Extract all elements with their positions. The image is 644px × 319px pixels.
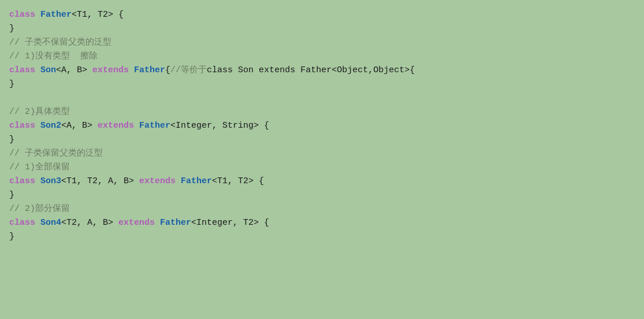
line-15: // 2)部分保留: [9, 202, 635, 216]
closing-brace-5: }: [9, 232, 14, 242]
code-text-7: <T2, A, B>: [61, 218, 118, 228]
class-son: Son: [40, 65, 56, 75]
keyword-class-2: class: [9, 65, 40, 75]
comment-6: // 2)部分保留: [9, 204, 70, 214]
closing-brace-3: }: [9, 135, 14, 144]
keyword-extends-3: extends: [139, 176, 181, 186]
class-son4: Son4: [40, 218, 61, 228]
line-12: // 1)全部保留: [9, 161, 635, 175]
class-father-4: Father: [181, 176, 212, 186]
class-father: Father: [40, 10, 72, 20]
keyword-extends-4: extends: [118, 218, 160, 228]
line-8: // 2)具体类型: [9, 105, 635, 119]
comment-3: // 2)具体类型: [9, 107, 70, 117]
keyword-class-5: class: [9, 218, 40, 228]
closing-brace: }: [9, 24, 14, 34]
class-father-5: Father: [160, 218, 191, 228]
inline-comment: //等价于: [170, 65, 207, 75]
comment-4: // 子类保留父类的泛型: [9, 149, 103, 158]
keyword-extends: extends: [92, 65, 134, 75]
line-2: }: [9, 22, 635, 36]
line-11: // 子类保留父类的泛型: [9, 147, 635, 161]
comment-5: // 1)全部保留: [9, 162, 70, 172]
line-1: class Father<T1, T2> {: [9, 8, 635, 22]
code-text: <T1, T2> {: [72, 10, 124, 20]
comment-2: // 1)没有类型 擦除: [9, 51, 98, 61]
code-text-4: <Integer, String> {: [170, 121, 269, 131]
keyword-class: class: [9, 10, 40, 20]
line-5: class Son<A, B> extends Father{//等价于clas…: [9, 64, 635, 77]
line-3: // 子类不保留父类的泛型: [9, 36, 635, 50]
code-block: class Father<T1, T2> { } // 子类不保留父类的泛型 /…: [0, 0, 644, 319]
equiv-text: class Son extends Father<Object,Object>{: [207, 65, 415, 75]
keyword-extends-2: extends: [98, 121, 139, 131]
class-son2: Son2: [40, 121, 61, 131]
line-14: }: [9, 188, 635, 202]
closing-brace-4: }: [9, 190, 14, 200]
code-text-2: <A, B>: [56, 65, 92, 75]
comment-1: // 子类不保留父类的泛型: [9, 38, 111, 47]
keyword-class-4: class: [9, 176, 40, 186]
code-text-8: <Integer, T2> {: [191, 218, 269, 228]
line-7: [9, 91, 635, 105]
line-4: // 1)没有类型 擦除: [9, 50, 635, 64]
code-text-6: <T1, T2> {: [212, 176, 264, 186]
class-father-3: Father: [139, 121, 170, 131]
line-6: }: [9, 77, 635, 91]
line-17: }: [9, 230, 635, 244]
line-10: }: [9, 133, 635, 147]
brace-open: {: [165, 65, 170, 75]
code-text-5: <T1, T2, A, B>: [61, 176, 139, 186]
closing-brace-2: }: [9, 79, 14, 89]
class-son3: Son3: [40, 176, 61, 186]
line-9: class Son2<A, B> extends Father<Integer,…: [9, 119, 635, 133]
line-13: class Son3<T1, T2, A, B> extends Father<…: [9, 175, 635, 188]
line-16: class Son4<T2, A, B> extends Father<Inte…: [9, 216, 635, 230]
class-father-2: Father: [134, 65, 165, 75]
code-text-3: <A, B>: [61, 121, 98, 131]
keyword-class-3: class: [9, 121, 40, 131]
